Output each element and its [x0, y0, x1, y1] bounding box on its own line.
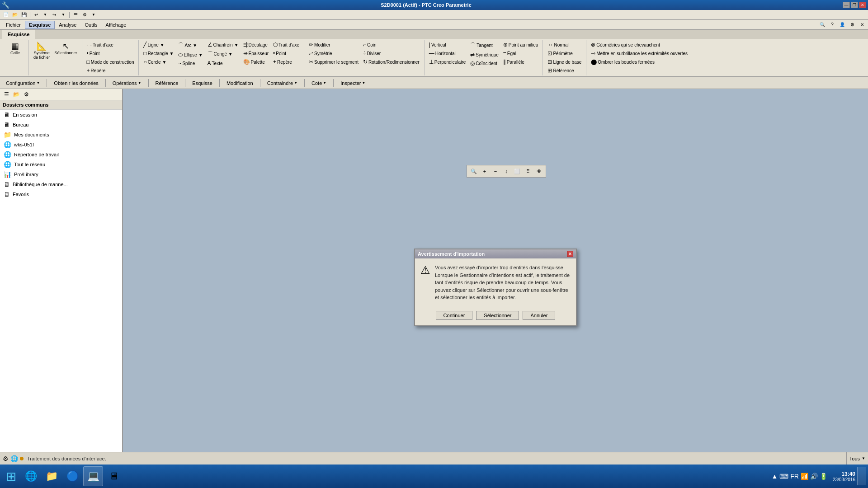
coin-btn[interactable]: ⌐ Coin [361, 41, 421, 49]
ts-inspecter[interactable]: Inspecter ▼ [336, 80, 369, 87]
show-desktop-btn[interactable] [857, 467, 866, 485]
ts-reference[interactable]: Référence [151, 80, 183, 87]
ts-modification[interactable]: Modification [222, 80, 257, 87]
chanfrein-btn[interactable]: ∠ Chanfrein ▼ [206, 41, 241, 49]
sidebar-item-en-session[interactable]: 🖥 En session [0, 110, 122, 120]
reference-btn[interactable]: ⊞ Référence [546, 66, 583, 75]
language-indicator[interactable]: FR [790, 473, 799, 480]
tab-esquisse[interactable]: Esquisse [2, 30, 35, 39]
tray-battery[interactable]: 🔋 [820, 473, 827, 480]
sb-btn3[interactable]: ⚙ [22, 90, 31, 99]
ligne-btn[interactable]: ╱ Ligne ▼ [142, 41, 175, 49]
start-button[interactable]: ⊞ [2, 467, 20, 485]
continuer-btn[interactable]: Continuer [436, 311, 473, 320]
egal-btn[interactable]: = Égal [501, 49, 540, 57]
sidebar-item-reseau[interactable]: 🌐 Tout le réseau [0, 160, 122, 169]
systeme-fichier-btn[interactable]: 📐 Systèmede fichier [32, 41, 52, 61]
spline-btn[interactable]: ~ Spline [176, 59, 204, 67]
taskbar-creo[interactable]: 💻 [83, 466, 103, 486]
ombrer-btn[interactable]: ⬤ Ombrer les boucles fermées [589, 58, 689, 66]
point-milieu-btn[interactable]: ⊕ Point au milieu [501, 41, 540, 49]
cercle-btn[interactable]: ○ Cercle ▼ [142, 58, 175, 66]
mode-construction-btn[interactable]: □ Mode de construction [85, 58, 136, 66]
menu-esquisse[interactable]: Esquisse [25, 21, 55, 29]
menu-affichage[interactable]: Affichage [102, 21, 131, 29]
texte-btn[interactable]: A Texte [206, 59, 241, 67]
annuler-btn[interactable]: Annuler [523, 311, 555, 320]
ts-esquisse[interactable]: Esquisse [188, 80, 217, 87]
sidebar-item-wks[interactable]: 🌐 wks-051f [0, 140, 122, 150]
undo-btn[interactable]: ↩ [32, 11, 40, 19]
perpendiculaire-btn[interactable]: ⊥ Perpendiculaire [427, 58, 468, 66]
close-app-btn[interactable]: ✕ [858, 21, 866, 29]
selectionner-btn[interactable]: ↖ Sélectionner [53, 41, 79, 56]
redo-arrow[interactable]: ▼ [59, 11, 67, 19]
rectangle-btn[interactable]: □ Rectangle ▼ [142, 49, 175, 57]
repere2-btn[interactable]: + Repère [271, 58, 301, 66]
open-btn[interactable]: 📂 [11, 11, 19, 19]
new-btn[interactable]: 📄 [2, 11, 10, 19]
canvas-area[interactable]: 🔍 + − ↕ ⬜ ⠿ 👁 Avertissement d'importatio… [123, 89, 868, 486]
tray-icon1[interactable]: ▲ [771, 473, 778, 480]
conge-btn[interactable]: ⌒ Congé ▼ [206, 49, 241, 59]
tray-icon2[interactable]: ⌨ [779, 473, 788, 480]
selectionner-btn[interactable]: Sélectionner [476, 311, 519, 320]
search-btn[interactable]: 🔍 [818, 21, 826, 29]
symetrie-btn[interactable]: ⇌ Symétrie [307, 49, 360, 57]
diviser-btn[interactable]: ÷ Diviser [361, 49, 421, 57]
repere-btn[interactable]: + Repère [85, 66, 136, 75]
sb-btn2[interactable]: 📂 [12, 90, 21, 99]
tangent-btn[interactable]: ⌒ Tangent [468, 41, 500, 50]
sidebar-item-prolibrary[interactable]: 📊 Pro/Library [0, 169, 122, 179]
minimize-btn[interactable]: — [843, 2, 850, 8]
palette-btn[interactable]: 🎨 Palette [241, 58, 270, 66]
tous-dropdown[interactable]: Tous ▼ [846, 452, 868, 465]
arc-btn[interactable]: ⌒ Arc ▼ [176, 41, 204, 50]
point-btn[interactable]: • Point [85, 49, 136, 57]
sidebar-item-repertoire[interactable]: 🌐 Répertoire de travail [0, 150, 122, 160]
normal-btn[interactable]: ↔ Normal [546, 41, 583, 49]
ts-configuration[interactable]: Configuration ▼ [2, 80, 44, 87]
ts-contraindre[interactable]: Contraindre ▼ [263, 80, 302, 87]
dialog-close-btn[interactable]: ✕ [567, 251, 573, 257]
menu-analyse[interactable]: Analyse [55, 21, 80, 29]
sidebar-item-bureau[interactable]: 🖥 Bureau [0, 120, 122, 130]
sidebar-item-mes-documents[interactable]: 📁 Mes documents [0, 130, 122, 140]
user-btn[interactable]: 👤 [838, 21, 846, 29]
point2-btn[interactable]: • Point [271, 49, 301, 57]
tray-network[interactable]: 📶 [801, 473, 808, 480]
down-arrow-btn[interactable]: ▼ [90, 11, 98, 19]
horizontal-btn[interactable]: — Horizontal [427, 49, 468, 57]
config-btn[interactable]: ⚙ [80, 11, 89, 19]
geometries-btn[interactable]: ⊗ Géométries qui se chevauchent [589, 41, 689, 49]
help-btn[interactable]: ? [828, 21, 836, 29]
redo-btn[interactable]: ↪ [50, 11, 58, 19]
trait-axe-btn[interactable]: - - Trait d'axe [85, 41, 136, 49]
sb-btn1[interactable]: ☰ [2, 90, 11, 99]
supprimer-segment-btn[interactable]: ✂ Supprimer le segment [307, 58, 360, 66]
restore-btn[interactable]: ❐ [851, 2, 858, 8]
close-btn[interactable]: ✕ [859, 2, 866, 8]
extra-btn[interactable]: ☰ [71, 11, 80, 19]
grille-btn[interactable]: ▦ Grille [8, 41, 23, 56]
decalage-btn[interactable]: ⇶ Décalage [241, 41, 270, 49]
ligne-base-btn[interactable]: ⊟ Ligne de base [546, 58, 583, 66]
modifier-btn[interactable]: ✏ Modifier [307, 41, 360, 49]
taskbar-explorer[interactable]: 📁 [42, 466, 61, 486]
taskbar-ie[interactable]: 🌐 [21, 466, 41, 486]
taskbar-chrome[interactable]: 🔵 [62, 466, 82, 486]
ts-operations[interactable]: Opérations ▼ [108, 80, 146, 87]
symetrique-btn[interactable]: ⇌ Symétrique [468, 51, 500, 59]
ts-cote[interactable]: Cote ▼ [307, 80, 330, 87]
settings-btn[interactable]: ⚙ [848, 21, 856, 29]
ellipse-btn[interactable]: ⬭ Ellipse ▼ [176, 51, 204, 59]
sidebar-item-bibliotheque[interactable]: 🖥 Bibliothèque de manne... [0, 179, 122, 189]
parallele-btn[interactable]: ∥ Parallèle [501, 58, 540, 66]
menu-fichier[interactable]: Fichier [2, 21, 25, 29]
taskbar-clock[interactable]: 13:40 23/03/2016 [833, 471, 855, 482]
rotation-btn[interactable]: ↻ Rotation/Redimensionner [361, 58, 421, 66]
save-btn[interactable]: 💾 [20, 11, 28, 19]
taskbar-extra[interactable]: 🖥 [104, 466, 124, 486]
sidebar-item-favoris[interactable]: 🖥 Favoris [0, 189, 122, 199]
coincident-btn[interactable]: ◎ Coïncident [468, 59, 500, 67]
